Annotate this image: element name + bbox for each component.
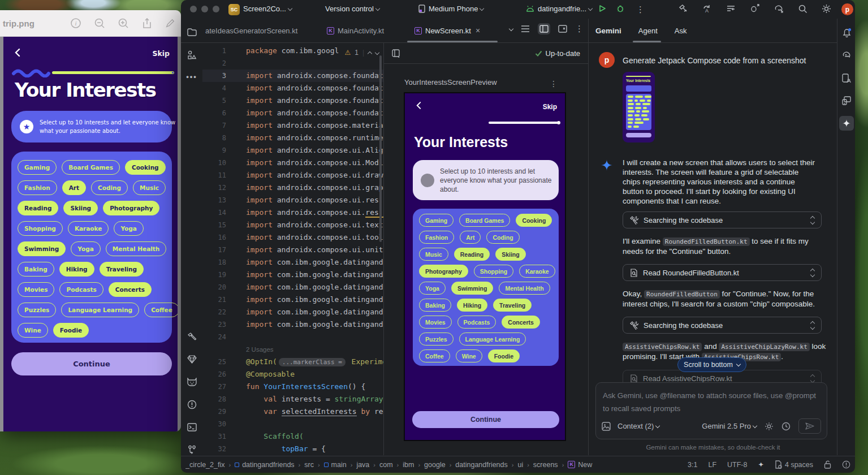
split-editor-icon[interactable]	[538, 23, 550, 34]
code-line: 31 Scaffold(	[202, 430, 383, 443]
sparkle-status-icon[interactable]: ✦	[758, 460, 763, 469]
preview-options-menu[interactable]: ⋮	[550, 79, 558, 88]
breadcrumb-item[interactable]: datingandfriends	[235, 461, 294, 469]
model-selector[interactable]: Gemini 2.5 Pro	[702, 422, 757, 430]
zoom-out-icon[interactable]	[94, 18, 105, 29]
breadcrumb-item[interactable]: ui	[517, 461, 523, 469]
tab-mainactivity[interactable]: KMainActivity.kt	[327, 19, 384, 42]
gem-tool-icon[interactable]	[186, 353, 197, 365]
gemini-tool-icon[interactable]	[839, 116, 854, 131]
context-selector[interactable]: Context (2)	[617, 422, 659, 430]
editor-options-menu[interactable]: ⋮	[575, 24, 584, 34]
send-button[interactable]	[798, 418, 821, 434]
project-menu[interactable]: Screen2Co...	[243, 5, 292, 13]
problems-icon[interactable]	[186, 399, 197, 410]
minimize-window-button[interactable]	[201, 6, 208, 12]
usages-hint[interactable]: 2 Usages	[202, 343, 383, 356]
interest-chip: Karaoke	[68, 221, 109, 236]
project-tool-icon[interactable]	[186, 27, 197, 38]
more-actions-menu[interactable]: ⋮	[636, 5, 645, 15]
run-configuration[interactable]: datingandfrie...	[526, 5, 592, 13]
settings-gear-icon[interactable]	[822, 4, 831, 14]
attached-screenshot-thumbnail[interactable]: Your Interests	[623, 72, 655, 142]
todo-list-icon[interactable]	[726, 4, 736, 14]
line-ending[interactable]: LF	[708, 461, 716, 469]
resource-manager-icon[interactable]	[186, 49, 197, 61]
gemini-input-box[interactable]: Ask Gemini, use @filename to attach sour…	[595, 382, 827, 439]
interest-chip: Hiking	[59, 262, 94, 277]
editor-list-icon[interactable]	[521, 25, 530, 33]
user-avatar: p	[599, 52, 615, 68]
terminal-icon[interactable]	[186, 421, 197, 433]
gradle-sync-icon[interactable]	[774, 4, 784, 14]
share-icon[interactable]	[141, 18, 153, 29]
agent-step-searching-the-codebase[interactable]: Searching the codebase	[623, 211, 822, 228]
caret-position[interactable]: 3:1	[688, 461, 697, 469]
interest-chip: Coding	[486, 231, 519, 244]
left-tool-strip: •••	[181, 19, 202, 455]
attach-image-icon[interactable]	[602, 422, 611, 431]
interest-chip: Traveling	[100, 262, 144, 277]
interest-chip: Language Learning	[61, 303, 139, 317]
preview-window-title: trip.png	[3, 19, 34, 28]
more-tools-icon[interactable]: •••	[186, 71, 197, 82]
lock-icon[interactable]	[824, 460, 831, 469]
close-window-button[interactable]	[190, 6, 197, 12]
breadcrumb-item[interactable]: java	[356, 461, 369, 469]
zoom-window-button[interactable]	[213, 6, 219, 12]
breadcrumb-item[interactable]: datingandfriends	[455, 461, 507, 469]
tab-newscreen[interactable]: KNewScreen.kt×	[414, 19, 480, 42]
code-editor[interactable]: 1package com.ibm.googl23import androidx.…	[202, 43, 383, 455]
editor-scrollbar[interactable]	[379, 55, 382, 242]
editor-tabbar: ateIdeasGeneratorScreen.kt KMainActivity…	[181, 19, 588, 43]
indent-setting[interactable]: 4 spaces	[775, 460, 813, 469]
search-everywhere-icon[interactable]	[798, 4, 807, 14]
tab-ask[interactable]: Ask	[675, 27, 687, 35]
gemini-settings-icon[interactable]	[765, 422, 774, 431]
device-manager-icon[interactable]	[841, 72, 852, 84]
markup-icon[interactable]	[165, 18, 175, 28]
code-line: 21import com.ibm.google.datingand	[202, 293, 383, 306]
breadcrumb-item[interactable]: google	[424, 461, 446, 469]
zoom-in-icon[interactable]	[118, 18, 129, 29]
preview-composable-label[interactable]: YourInterestsScreenPreview	[404, 78, 497, 87]
breadcrumb-item[interactable]: KNew	[568, 461, 592, 469]
error-indicator-icon[interactable]	[842, 460, 850, 469]
git-icon[interactable]	[186, 444, 197, 455]
agent-step-read-roundedfilledbutton-kt[interactable]: Read RoundedFilledButton.kt	[623, 264, 822, 281]
debug-button[interactable]	[616, 5, 624, 12]
build-tool-icon[interactable]	[186, 331, 197, 342]
breadcrumb-item[interactable]: ibm	[403, 461, 414, 469]
encoding[interactable]: UTF-8	[727, 461, 747, 469]
notifications-icon[interactable]	[841, 27, 852, 38]
tab-agent[interactable]: Agent	[638, 27, 658, 35]
scroll-to-bottom-button[interactable]: Scroll to bottom	[677, 357, 746, 372]
breadcrumb-item[interactable]: screens	[533, 461, 558, 469]
preview-mode-icon[interactable]	[392, 49, 400, 58]
gradle-icon[interactable]	[841, 49, 852, 61]
debug-attach-icon[interactable]	[750, 4, 759, 14]
prev-issue-chevron[interactable]	[368, 51, 372, 55]
info-icon[interactable]: i	[70, 18, 81, 29]
assistant-bot-icon[interactable]	[186, 376, 197, 387]
agent-step-searching-the-codebase[interactable]: Searching the codebase	[623, 317, 822, 334]
vcs-menu[interactable]: Version control	[325, 5, 379, 13]
tab-generateideasgeneratorscreen[interactable]: ateIdeasGeneratorScreen.kt	[205, 19, 297, 42]
breadcrumb-item[interactable]: com	[379, 461, 393, 469]
device-selector[interactable]: Medium Phone	[418, 5, 483, 13]
history-icon[interactable]	[781, 422, 791, 431]
preview-layout-icon[interactable]	[558, 25, 567, 33]
sync-translate-icon[interactable]: A	[702, 4, 712, 14]
inspection-widget[interactable]: ⚠1 |	[342, 48, 381, 58]
tab-list-chevron[interactable]	[509, 27, 513, 31]
build-icon[interactable]	[679, 4, 688, 14]
close-tab-icon[interactable]: ×	[476, 26, 480, 35]
profile-avatar[interactable]: p	[841, 3, 853, 15]
breadcrumb-item[interactable]: _circle_2_fix	[185, 461, 224, 469]
project-icon: SC	[228, 4, 240, 15]
breadcrumb-item[interactable]: main	[324, 461, 347, 469]
breadcrumb-item[interactable]: src	[304, 461, 314, 469]
running-devices-icon[interactable]	[841, 95, 852, 106]
run-button[interactable]	[598, 5, 606, 12]
next-issue-chevron[interactable]	[375, 50, 379, 55]
